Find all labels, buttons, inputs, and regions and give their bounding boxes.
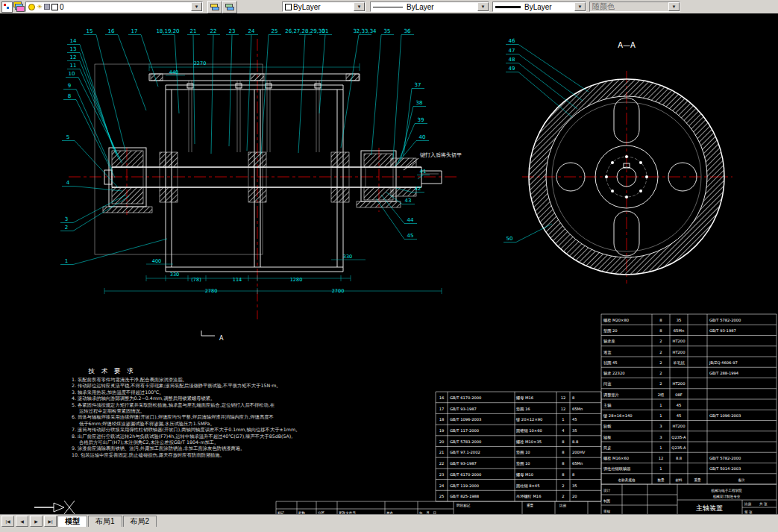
svg-text:38: 38 bbox=[416, 100, 423, 106]
svg-text:HT200: HT200 bbox=[673, 424, 686, 428]
svg-text:6. 筒体与辐板焊接采用连续焊缝(开坡口),焊缝应均匀平整,: 6. 筒体与辐板焊接采用连续焊缝(开坡口),焊缝应均匀平整,焊后清除焊渣并消除内… bbox=[72, 414, 274, 420]
chevron-down-icon[interactable]: ▼ bbox=[574, 2, 586, 11]
svg-text:12: 12 bbox=[659, 456, 664, 460]
svg-text:A: A bbox=[219, 335, 224, 342]
balloon-callouts: 15161718,19,20212223242526,27,28,29,3031… bbox=[60, 28, 589, 265]
tab-nav-prev-icon[interactable]: ◀ bbox=[16, 516, 28, 527]
svg-text:数量: 数量 bbox=[657, 478, 665, 482]
svg-text:40: 40 bbox=[419, 134, 426, 140]
svg-text:26,27,28,29,30: 26,27,28,29,30 bbox=[285, 28, 324, 34]
svg-text:4: 4 bbox=[562, 428, 565, 433]
chevron-down-icon[interactable]: ▼ bbox=[354, 2, 365, 11]
svg-text:21: 21 bbox=[439, 450, 445, 454]
svg-text:GB/T 93-1987: GB/T 93-1987 bbox=[709, 328, 736, 333]
svg-text:轮毂: 轮毂 bbox=[603, 424, 612, 429]
svg-text:2: 2 bbox=[562, 494, 564, 498]
tab-layout2[interactable]: 布局2 bbox=[123, 516, 157, 527]
svg-text:1: 1 bbox=[659, 466, 662, 471]
svg-text:2700: 2700 bbox=[332, 288, 345, 294]
svg-text:3: 3 bbox=[659, 435, 662, 439]
tab-nav-last-icon[interactable]: ▶| bbox=[44, 516, 57, 527]
svg-text:1: 1 bbox=[659, 413, 662, 418]
svg-text:备注: 备注 bbox=[738, 478, 745, 482]
svg-text:垫圈 10: 垫圈 10 bbox=[516, 461, 530, 466]
svg-text:7. 滚筒与传动部分联接采用弹性柱销联轴器(开坡口),两轴同: 7. 滚筒与传动部分联接采用弹性柱销联轴器(开坡口),两轴同轴度误差不大于0.1… bbox=[72, 427, 300, 433]
svg-text:轴承座: 轴承座 bbox=[603, 339, 615, 344]
layer-on-icon bbox=[28, 4, 35, 10]
layer-previous-button[interactable] bbox=[222, 1, 237, 13]
svg-text:330: 330 bbox=[343, 254, 352, 260]
svg-text:330: 330 bbox=[170, 272, 179, 278]
svg-text:10: 10 bbox=[69, 71, 75, 77]
svg-text:2: 2 bbox=[659, 381, 662, 386]
svg-text:8: 8 bbox=[572, 395, 574, 400]
crosshair-cursor bbox=[64, 501, 75, 514]
svg-text:36: 36 bbox=[404, 28, 411, 34]
tab-nav-next-icon[interactable]: ▶ bbox=[30, 516, 43, 527]
svg-text:HT200: HT200 bbox=[673, 350, 686, 354]
plot-style-combo: 随颜色 ▼ bbox=[589, 1, 680, 12]
svg-text:辐板: 辐板 bbox=[603, 435, 611, 440]
tab-nav-first-icon[interactable]: |◀ bbox=[1, 516, 14, 527]
lineweight-combo[interactable]: ByLayer ▼ bbox=[492, 1, 586, 12]
drawing-canvas[interactable]: 15161718,19,20212223242526,27,28,29,3031… bbox=[0, 13, 778, 514]
layer-current-icon bbox=[210, 4, 218, 10]
svg-text:20: 20 bbox=[439, 439, 445, 444]
svg-text:GB/T 5782-2000: GB/T 5782-2000 bbox=[709, 456, 741, 460]
svg-text:主轴: 主轴 bbox=[603, 403, 611, 408]
svg-text:49: 49 bbox=[509, 66, 515, 72]
linetype-combo[interactable]: ByLayer ▼ bbox=[370, 1, 489, 12]
svg-text:35: 35 bbox=[384, 28, 391, 34]
svg-text:9. 涂漆前应清除表面铁锈、油污,外露加工面涂防锈油,非加工: 9. 涂漆前应清除表面铁锈、油污,外露加工面涂防锈油,非加工面涂灰色防锈漆两遍。 bbox=[72, 445, 245, 451]
svg-text:65Mn: 65Mn bbox=[572, 407, 583, 411]
svg-text:25: 25 bbox=[272, 28, 278, 34]
layer-combo[interactable]: ☀ 0 ▼ bbox=[25, 1, 203, 12]
svg-text:18,19,20: 18,19,20 bbox=[156, 28, 179, 34]
layers-icon[interactable] bbox=[13, 1, 23, 11]
tab-model[interactable]: 模型 bbox=[57, 516, 87, 527]
layer-previous-icon bbox=[225, 4, 233, 10]
title-block: 设计制图审核机械与电子工程学院机械设计制造专业主轴装置比例共 张第 张 bbox=[601, 484, 777, 514]
svg-text:25: 25 bbox=[439, 494, 445, 498]
ucs-icon bbox=[34, 503, 64, 512]
svg-text:1280: 1280 bbox=[290, 277, 303, 283]
svg-text:41: 41 bbox=[420, 169, 427, 175]
svg-text:15: 15 bbox=[87, 28, 93, 34]
make-object-layer-current-button[interactable] bbox=[207, 1, 222, 13]
svg-text:轴承 22320: 轴承 22320 bbox=[603, 371, 625, 376]
svg-text:2: 2 bbox=[659, 350, 662, 354]
svg-text:阶段标记: 阶段标记 bbox=[457, 503, 471, 508]
svg-text:HT200: HT200 bbox=[673, 339, 686, 343]
color-combo[interactable]: ByLayer ▼ bbox=[282, 1, 366, 12]
svg-text:2: 2 bbox=[659, 339, 662, 343]
svg-text:48: 48 bbox=[509, 57, 515, 63]
tab-layout1[interactable]: 布局1 bbox=[88, 516, 122, 527]
layer-properties-icon[interactable] bbox=[1, 1, 13, 13]
svg-text:(78): (78) bbox=[191, 277, 201, 283]
cad-application-window: ☀ 0 ▼ ByLayer ▼ ByLayer ▼ ByLayer ▼ 随颜色 … bbox=[0, 0, 778, 532]
svg-text:8: 8 bbox=[659, 318, 662, 322]
svg-text:1. 装配前所有零件均需清洗干净,配合表面涂润滑油脂。: 1. 装配前所有零件均需清洗干净,配合表面涂润滑油脂。 bbox=[72, 377, 187, 383]
svg-text:22: 22 bbox=[210, 28, 217, 34]
svg-text:运转过程中定期检查紧固情况。: 运转过程中定期检查紧固情况。 bbox=[79, 408, 145, 414]
svg-text:垫圈 16: 垫圈 16 bbox=[516, 407, 530, 412]
svg-text:键打入后将头切平: 键打入后将头切平 bbox=[419, 152, 462, 158]
chevron-down-icon[interactable]: ▼ bbox=[191, 2, 202, 11]
svg-text:垫圈 10: 垫圈 10 bbox=[516, 450, 530, 455]
svg-text:A—A: A—A bbox=[618, 41, 636, 49]
technical-notes: 技 术 要 求1. 装配前所有零件均需清洗干净,配合表面涂润滑油脂。2. 传动部… bbox=[72, 367, 300, 458]
svg-text:5: 5 bbox=[66, 134, 69, 140]
svg-text:低于6mm;焊缝经煤油渗漏试验不得渗漏,水压试验压力1.5M: 低于6mm;焊缝经煤油渗漏试验不得渗漏,水压试验压力1.5MPa。 bbox=[79, 421, 215, 427]
svg-text:114: 114 bbox=[233, 277, 242, 283]
chevron-down-icon[interactable]: ▼ bbox=[477, 2, 489, 11]
svg-text:弹性柱销联轴器: 弹性柱销联轴器 bbox=[603, 466, 630, 472]
svg-text:2780: 2780 bbox=[205, 288, 218, 294]
layer-thaw-icon: ☀ bbox=[37, 4, 43, 10]
svg-text:2. 传动部位运转应灵活平稳,不得有卡滞现象;滚筒装配后须做: 2. 传动部位运转应灵活平稳,不得有卡滞现象;滚筒装配后须做静平衡试验,不平衡力… bbox=[72, 383, 281, 389]
svg-text:39: 39 bbox=[418, 117, 424, 123]
svg-text:8.8: 8.8 bbox=[572, 439, 578, 444]
svg-text:65Mn: 65Mn bbox=[674, 328, 684, 333]
svg-text:4: 4 bbox=[66, 180, 70, 186]
status-strip bbox=[0, 527, 778, 532]
svg-text:24: 24 bbox=[248, 28, 255, 34]
